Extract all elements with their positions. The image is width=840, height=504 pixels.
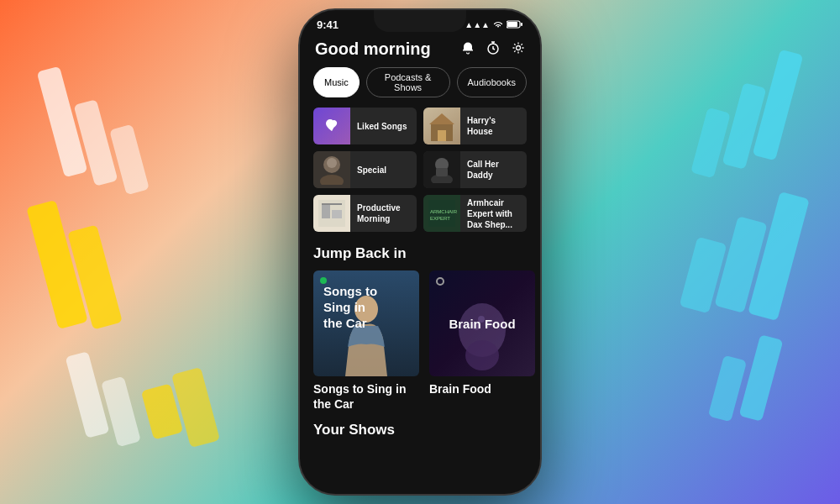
- greeting-text: Good morning: [315, 39, 431, 59]
- armchair-expert-label: Armhcair Expert with Dax Shep...: [460, 197, 527, 230]
- songs-car-overlay-text: Songs toSing inthe Car: [323, 284, 377, 331]
- svg-point-4: [517, 45, 521, 50]
- jump-card-brain-food[interactable]: Brain Food Brain Food: [429, 270, 535, 412]
- quick-item-liked-songs[interactable]: Liked Songs: [313, 108, 417, 144]
- productive-morning-label: Productive Morning: [350, 202, 417, 224]
- app-screen: 9:41 ▲▲▲: [300, 10, 540, 494]
- timer-icon[interactable]: [486, 41, 500, 58]
- tab-music[interactable]: Music: [313, 67, 360, 97]
- bell-icon[interactable]: [461, 41, 475, 58]
- svg-marker-6: [429, 113, 454, 124]
- deco-bar: [101, 376, 141, 448]
- quick-item-special[interactable]: Special: [313, 151, 417, 188]
- battery-icon: [507, 20, 523, 30]
- deco-bar: [109, 124, 150, 196]
- svg-rect-16: [332, 210, 342, 218]
- wifi-icon: [493, 20, 503, 30]
- tab-audiobooks[interactable]: Audiobooks: [457, 67, 528, 97]
- brain-food-title: Brain Food: [429, 381, 535, 396]
- filter-tabs: Music Podcasts & Shows Audiobooks: [300, 67, 540, 108]
- harrys-house-label: Harry's House: [460, 115, 527, 137]
- jump-back-header: Jump Back in: [300, 242, 540, 270]
- deco-bar: [690, 108, 731, 179]
- jump-card-songs-car[interactable]: Songs toSing inthe Car Songs to Sing in …: [313, 270, 419, 412]
- settings-icon[interactable]: [512, 41, 525, 58]
- deco-bar: [171, 367, 220, 448]
- armchair-expert-thumb: ARMCHAIR EXPERT: [423, 195, 460, 232]
- svg-rect-17: [322, 203, 342, 205]
- svg-rect-13: [436, 168, 448, 176]
- brain-food-thumb: Brain Food: [429, 270, 535, 376]
- svg-text:ARMCHAIR: ARMCHAIR: [430, 209, 457, 214]
- svg-rect-7: [438, 130, 446, 141]
- deco-bar: [739, 334, 784, 422]
- brain-food-overlay-text: Brain Food: [434, 317, 529, 331]
- harrys-house-thumb: [423, 108, 460, 144]
- phone-frame: 9:41 ▲▲▲: [298, 8, 542, 496]
- head-silhouette-icon: [444, 301, 520, 376]
- productive-morning-thumb: [313, 195, 350, 232]
- svg-rect-2: [521, 23, 522, 26]
- play-indicator: [320, 277, 327, 284]
- tab-podcasts-shows[interactable]: Podcasts & Shows: [366, 67, 450, 97]
- status-time: 9:41: [317, 18, 339, 31]
- svg-point-23: [465, 340, 499, 370]
- call-her-daddy-label: Call Her Daddy: [460, 159, 527, 181]
- liked-songs-thumb: [313, 108, 350, 144]
- quick-item-armchair-expert[interactable]: ARMCHAIR EXPERT Armhcair Expert with Dax…: [423, 195, 527, 232]
- app-header: Good morning: [300, 34, 540, 67]
- liked-songs-label: Liked Songs: [350, 121, 413, 132]
- special-thumb: [313, 151, 350, 188]
- songs-car-title: Songs to Sing in the Car: [313, 381, 419, 412]
- jump-back-row: Songs toSing inthe Car Songs to Sing in …: [300, 270, 540, 422]
- quick-access-grid: Liked Songs Harry's House: [300, 108, 540, 242]
- quick-item-harrys-house[interactable]: Harry's House: [423, 108, 527, 144]
- signal-icon: ▲▲▲: [465, 20, 490, 29]
- deco-bar: [66, 351, 110, 438]
- quick-item-call-her-daddy[interactable]: Call Her Daddy: [423, 151, 527, 188]
- phone-notch: [374, 10, 466, 32]
- songs-car-thumb: Songs toSing inthe Car: [313, 270, 419, 376]
- call-her-daddy-thumb: [423, 151, 460, 188]
- phone-device: 9:41 ▲▲▲: [298, 8, 542, 496]
- status-icons: ▲▲▲: [465, 20, 523, 30]
- your-shows-header: Your Shows: [300, 422, 540, 445]
- svg-text:EXPERT: EXPERT: [430, 216, 450, 221]
- svg-point-10: [327, 158, 337, 168]
- quick-item-productive-morning[interactable]: Productive Morning: [313, 195, 417, 232]
- brain-play-indicator: [436, 277, 444, 286]
- svg-rect-1: [507, 22, 517, 27]
- special-label: Special: [350, 165, 393, 176]
- svg-point-9: [320, 175, 344, 185]
- svg-rect-15: [322, 205, 330, 218]
- header-icons-group: [461, 41, 525, 58]
